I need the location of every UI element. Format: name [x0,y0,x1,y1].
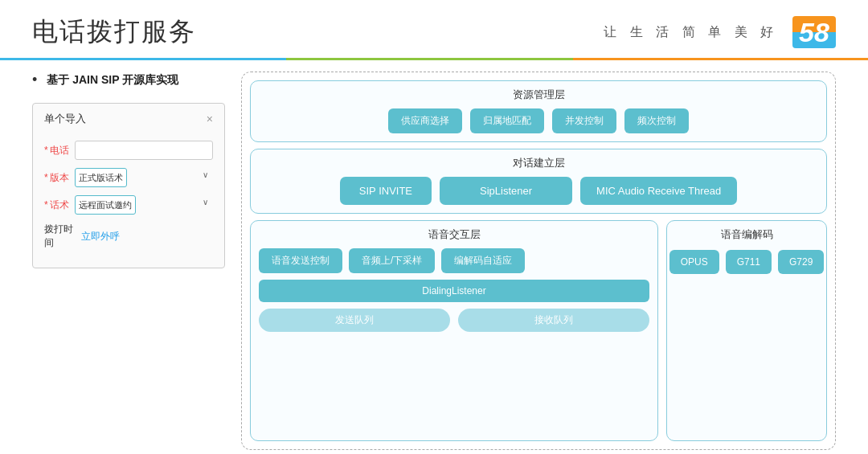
speech-left: 语音交互层 语音发送控制 音频上/下采样 编解码自适应 DialingListe… [250,220,658,441]
btn-g729[interactable]: G729 [778,250,824,274]
form-title: 单个导入 [44,112,86,126]
form-panel-header: 单个导入 × [44,112,213,131]
header-right: 让 生 活 简 单 美 好 58 [604,16,836,48]
codec-items: OPUS G711 G729 [669,250,825,274]
speech-row-1: 语音发送控制 音频上/下采样 编解码自适应 [259,248,649,273]
btn-concurrency[interactable]: 并发控制 [552,108,616,133]
btn-g711[interactable]: G711 [726,250,772,274]
btn-sip-invite[interactable]: SIP INVITE [340,177,432,205]
close-icon[interactable]: × [207,112,213,125]
subtitle-text: 基于 JAIN SIP 开源库实现 [47,73,178,88]
script-row: *话术 远程面试邀约 [44,195,213,215]
header-slogan: 让 生 活 简 单 美 好 [604,24,778,41]
version-select-wrapper: 正式版话术 [75,168,213,187]
codec-title: 语音编解码 [721,227,773,242]
speech-right: 语音编解码 OPUS G711 G729 [666,220,827,441]
version-select[interactable]: 正式版话术 [75,168,127,187]
script-select-wrapper: 远程面试邀约 [75,195,213,215]
btn-sip-listener[interactable]: SipListener [440,177,572,205]
layer-resource-title: 资源管理层 [259,88,818,102]
version-row: *版本 正式版话术 [44,168,213,187]
bullet: • [32,72,37,88]
layer-dialog: 对话建立层 SIP INVITE SipListener MIC Audio R… [250,149,827,214]
btn-geo-match[interactable]: 归属地匹配 [470,108,544,133]
diagram-outer: 资源管理层 供应商选择 归属地匹配 并发控制 频次控制 对话建立层 SIP IN… [241,72,836,450]
btn-send-queue[interactable]: 发送队列 [259,309,450,332]
btn-voice-send[interactable]: 语音发送控制 [259,248,342,273]
btn-dialing-listener[interactable]: DialingListener [259,280,649,302]
speech-title: 语音交互层 [259,227,649,242]
dial-time-row: 拨打时间 立即外呼 [44,223,213,250]
dial-time-value: 立即外呼 [81,230,120,243]
btn-opus[interactable]: OPUS [669,250,719,274]
logo-58: 58 [792,16,836,48]
layer-dialog-items: SIP INVITE SipListener MIC Audio Receive… [259,177,818,205]
btn-supplier[interactable]: 供应商选择 [388,108,462,133]
phone-row: *电话 [44,141,213,160]
btn-recv-queue[interactable]: 接收队列 [458,309,649,332]
content-area: • 基于 JAIN SIP 开源库实现 单个导入 × *电话 *版本 正式版话术 [0,60,868,454]
form-panel: 单个导入 × *电话 *版本 正式版话术 *话术 [32,103,225,268]
version-label: *版本 [44,171,75,185]
dial-time-label: 拨打时间 [44,223,81,250]
layer-resource-items: 供应商选择 归属地匹配 并发控制 频次控制 [259,108,818,133]
phone-label: *电话 [44,144,75,157]
layer-dialog-title: 对话建立层 [259,156,818,170]
sidebar: • 基于 JAIN SIP 开源库实现 单个导入 × *电话 *版本 正式版话术 [32,72,225,450]
btn-mic-audio[interactable]: MIC Audio Receive Thread [580,177,737,205]
btn-codec-adaptive[interactable]: 编解码自适应 [441,248,525,273]
layer-speech: 语音交互层 语音发送控制 音频上/下采样 编解码自适应 DialingListe… [250,220,827,441]
page-title: 电话拨打服务 [32,14,196,50]
speech-row-2: DialingListener [259,280,649,302]
btn-frequency[interactable]: 频次控制 [624,108,689,133]
header: 电话拨打服务 让 生 活 简 单 美 好 58 [0,0,868,60]
phone-input[interactable] [75,141,213,160]
script-select[interactable]: 远程面试邀约 [75,195,136,215]
speech-left-rows: 语音发送控制 音频上/下采样 编解码自适应 DialingListener 发送… [259,248,649,332]
queue-row: 发送队列 接收队列 [259,309,649,332]
subtitle: • 基于 JAIN SIP 开源库实现 [32,72,225,88]
layer-resource: 资源管理层 供应商选择 归属地匹配 并发控制 频次控制 [250,80,827,142]
main-diagram: 资源管理层 供应商选择 归属地匹配 并发控制 频次控制 对话建立层 SIP IN… [241,72,836,450]
btn-audio-resample[interactable]: 音频上/下采样 [349,248,435,273]
script-label: *话术 [44,198,75,212]
